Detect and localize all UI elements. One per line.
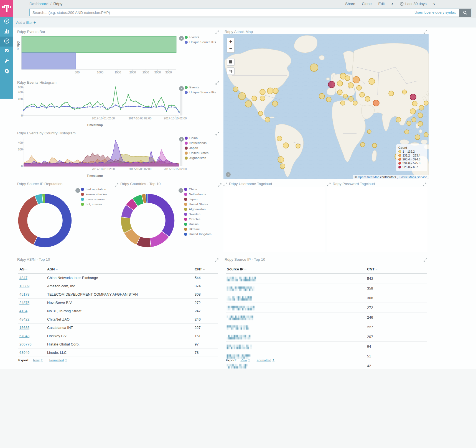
- sidebar-item-compass[interactable]: [0, 17, 13, 27]
- map-bubble[interactable]: [260, 89, 265, 95]
- legend-item[interactable]: Unique Source IPs: [185, 40, 216, 44]
- expand-icon[interactable]: [424, 258, 427, 262]
- legend-item[interactable]: United States: [185, 151, 208, 155]
- legend-item[interactable]: Events: [185, 35, 216, 39]
- sidebar-item-gear[interactable]: [0, 66, 13, 76]
- expand-icon[interactable]: [223, 183, 227, 186]
- map-bubble[interactable]: [410, 94, 416, 100]
- legend-item[interactable]: bot, crawler: [81, 203, 107, 206]
- legend-item[interactable]: United States: [184, 203, 212, 206]
- map-bubble[interactable]: [360, 142, 365, 147]
- column-header-cnt[interactable]: CNT▴▾: [366, 265, 427, 274]
- map-bubble[interactable]: [319, 93, 325, 99]
- legend-item[interactable]: United Kingdom: [184, 232, 212, 236]
- map-bubble[interactable]: [267, 88, 273, 94]
- search-input[interactable]: [29, 9, 472, 16]
- breadcrumb-dashboard-link[interactable]: Dashboard: [29, 2, 49, 6]
- tmobile-logo[interactable]: [0, 0, 13, 17]
- map-bubble[interactable]: [415, 135, 420, 140]
- fit-bounds-button[interactable]: [227, 58, 235, 66]
- legend-item[interactable]: Sweden: [184, 213, 212, 216]
- map-bubble[interactable]: [357, 85, 362, 90]
- legend-item[interactable]: Japan: [185, 146, 208, 150]
- legend-item[interactable]: Afghanistan: [185, 156, 208, 160]
- as-link[interactable]: 15685: [19, 326, 29, 330]
- world-map[interactable]: + − Count 1 – 132.2132.2 – 263.4263.4 – …: [223, 34, 429, 179]
- legend-toggle-icon[interactable]: ›: [179, 137, 184, 142]
- map-bubble[interactable]: [272, 101, 278, 106]
- legend-item[interactable]: China: [184, 188, 212, 191]
- map-bubble[interactable]: [277, 136, 282, 141]
- map-bubble[interactable]: [337, 81, 343, 86]
- legend-item[interactable]: Japan: [184, 198, 212, 201]
- map-bubble[interactable]: [396, 117, 401, 122]
- legend-item[interactable]: Czechia: [184, 217, 212, 221]
- map-bubble[interactable]: [367, 130, 371, 134]
- map-bubble[interactable]: [296, 144, 300, 148]
- donut-slice-china[interactable]: [148, 194, 175, 237]
- legend-item[interactable]: Ukraine: [184, 227, 212, 231]
- as-link[interactable]: 16509: [19, 284, 29, 288]
- add-filter-link[interactable]: Add a filter+: [16, 20, 36, 25]
- map-bubble[interactable]: [258, 111, 263, 116]
- map-bubble[interactable]: [412, 101, 417, 106]
- map-bubble[interactable]: [328, 81, 335, 88]
- map-bubble[interactable]: [353, 76, 360, 83]
- map-bubble[interactable]: [278, 157, 284, 163]
- map-bubble[interactable]: [260, 96, 265, 101]
- export-formatted-link[interactable]: Formatted: [257, 359, 275, 362]
- legend-toggle-icon[interactable]: ›: [75, 188, 80, 193]
- as-link[interactable]: 4847: [19, 276, 27, 280]
- legend-toggle-icon[interactable]: ›: [179, 36, 184, 41]
- export-raw-link[interactable]: Raw: [240, 359, 251, 362]
- map-bubble[interactable]: [245, 101, 252, 107]
- sidebar-item-timelion[interactable]: [0, 47, 13, 57]
- map-bubble[interactable]: [283, 143, 289, 148]
- map-bubble[interactable]: [418, 113, 423, 118]
- map-bubble[interactable]: [340, 101, 345, 105]
- time-back-button[interactable]: ‹: [391, 2, 393, 6]
- legend-item[interactable]: bad reputation: [81, 188, 107, 191]
- expand-icon[interactable]: [423, 183, 426, 186]
- map-bubble[interactable]: [310, 64, 318, 71]
- column-header-asn[interactable]: ASN▴▾: [46, 265, 194, 274]
- map-bubble[interactable]: [252, 96, 257, 101]
- legend-toggle-icon[interactable]: ›: [179, 188, 183, 193]
- as-link[interactable]: 206776: [19, 342, 31, 346]
- search-button[interactable]: [459, 9, 471, 17]
- map-bubble[interactable]: [326, 97, 331, 102]
- legend-item[interactable]: mass scanner: [81, 198, 107, 201]
- clone-button[interactable]: Clone: [362, 2, 371, 6]
- as-link[interactable]: 45178: [19, 292, 29, 296]
- map-bubble[interactable]: [348, 83, 353, 88]
- as-link[interactable]: 57043: [19, 334, 29, 338]
- sidebar-item-bar-chart[interactable]: [0, 27, 13, 37]
- column-header-source-ip[interactable]: Source IP▴▾: [226, 265, 366, 274]
- as-link[interactable]: 63949: [19, 350, 29, 355]
- map-bubble[interactable]: [373, 100, 379, 106]
- map-bubble[interactable]: [372, 143, 377, 148]
- map-bubble[interactable]: [280, 164, 285, 169]
- map-bubble[interactable]: [424, 132, 428, 137]
- expand-icon[interactable]: [424, 30, 427, 34]
- map-bubble[interactable]: [273, 88, 278, 94]
- column-header-cnt[interactable]: CNT▴▾: [194, 265, 218, 274]
- sidebar-item-dashboard[interactable]: [0, 37, 13, 47]
- openstreetmap-link[interactable]: OpenStreetMap: [358, 175, 380, 179]
- map-bubble[interactable]: [369, 78, 375, 85]
- elastic-maps-link[interactable]: Elastic Maps Service: [399, 175, 427, 179]
- legend-item[interactable]: Events: [185, 86, 216, 89]
- legend-item[interactable]: China: [185, 136, 208, 140]
- expand-icon[interactable]: [115, 183, 118, 187]
- share-button[interactable]: Share: [345, 2, 355, 6]
- export-formatted-link[interactable]: Formatted: [49, 359, 68, 362]
- map-bubble[interactable]: [233, 87, 238, 92]
- donut-slice-known-attacker[interactable]: [18, 196, 38, 245]
- map-bubble[interactable]: [402, 90, 407, 94]
- zoom-in-button[interactable]: +: [227, 38, 235, 45]
- expand-icon[interactable]: [215, 258, 218, 262]
- draw-filter-button[interactable]: [227, 67, 235, 75]
- countries-donut-chart[interactable]: [117, 190, 178, 251]
- reputation-donut-chart[interactable]: [14, 190, 75, 251]
- map-bubble[interactable]: [407, 121, 411, 126]
